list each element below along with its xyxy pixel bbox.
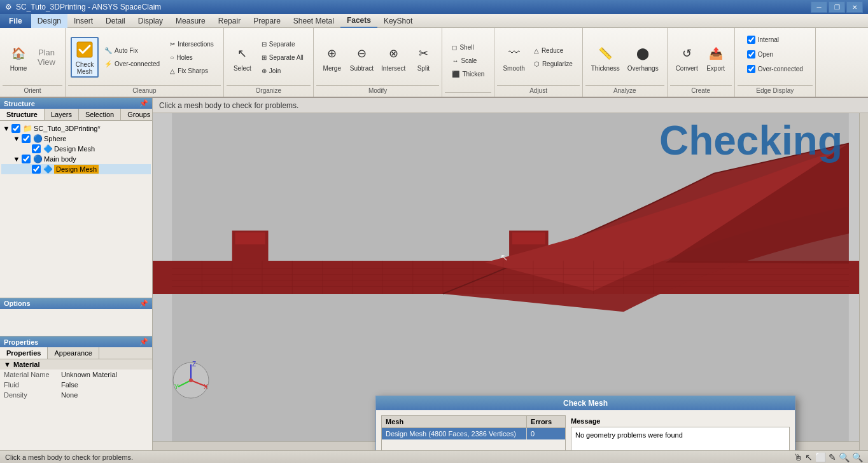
table-row[interactable]: Design Mesh (4800 Faces, 2386 Vertices) … xyxy=(382,428,565,439)
menu-repair[interactable]: Repair xyxy=(212,14,247,28)
merge-button[interactable]: ⊕ Merge xyxy=(319,37,346,78)
separate-button[interactable]: ⊟ Separate xyxy=(257,38,308,50)
smooth-label: Smooth xyxy=(503,65,524,72)
holes-button[interactable]: ○ Holes xyxy=(165,51,218,64)
menu-sheet-metal[interactable]: Sheet Metal xyxy=(287,14,340,28)
select-button[interactable]: ↖ Select xyxy=(229,37,256,78)
tree-item-main-dm[interactable]: 🔷 Design Mesh xyxy=(1,164,151,174)
plan-view-button[interactable]: Plan View xyxy=(33,37,60,78)
modify-label: Modify xyxy=(316,85,440,95)
fix-sharps-button[interactable]: △ Fix Sharps xyxy=(165,64,218,77)
checkbox-sphere-dm[interactable] xyxy=(32,144,41,153)
window-title: SC_Tuto_3DPrinting - ANSYS SpaceClaim xyxy=(16,3,161,11)
tab-layers[interactable]: Layers xyxy=(45,109,79,120)
cleanup-buttons: CheckMesh 🔧 Auto Fix ⚡ Over-connected ✂ xyxy=(68,29,221,85)
icon-sphere-dm: 🔷 xyxy=(43,144,53,153)
titlebar-left: ⚙ SC_Tuto_3DPrinting - ANSYS SpaceClaim xyxy=(5,3,161,11)
checkbox-root[interactable] xyxy=(11,124,20,133)
overhangs-button[interactable]: ⬤ Overhangs xyxy=(624,37,662,78)
tab-selection[interactable]: Selection xyxy=(79,109,121,120)
statusbar-icon-6[interactable]: 🔍 xyxy=(852,452,863,462)
over-connected-checkbox-label[interactable]: Over-connected xyxy=(743,62,808,75)
checkbox-main-body[interactable] xyxy=(22,155,31,163)
checkbox-main-dm[interactable] xyxy=(32,165,41,174)
over-connected-button[interactable]: ⚡ Over-connected xyxy=(100,58,164,71)
close-button[interactable]: ✕ xyxy=(846,1,863,13)
arrow-root[interactable]: ▼ xyxy=(3,125,10,132)
tree-item-sphere[interactable]: ▼ 🔵 Sphere xyxy=(1,134,151,144)
properties-tabs: Properties Appearance xyxy=(0,347,152,359)
statusbar-icon-2[interactable]: ↖ xyxy=(805,452,813,462)
options-header: Options 📌 xyxy=(0,298,152,309)
statusbar-icon-5[interactable]: 🔍 xyxy=(839,452,850,462)
over-connected-checkbox[interactable] xyxy=(747,65,755,73)
intersect-button[interactable]: ⊗ Intersect xyxy=(378,37,409,78)
table-header: Mesh Errors xyxy=(381,415,566,427)
shell-button[interactable]: ◻ Shell xyxy=(447,41,489,54)
statusbar-icon-3[interactable]: ⬜ xyxy=(815,452,826,462)
ribbon-group-adjust: 〰 Smooth △ Reduce ⬡ Regularize Adjust xyxy=(494,28,582,97)
intersections-button[interactable]: ✂ Intersections xyxy=(165,38,218,50)
menu-insert[interactable]: Insert xyxy=(67,14,99,28)
fix-sharps-label: Fix Sharps xyxy=(178,67,208,74)
col-errors: Errors xyxy=(527,416,565,427)
message-body: No geometry problems were found xyxy=(571,427,790,450)
open-checkbox-label[interactable]: Open xyxy=(743,48,778,60)
auto-fix-icon: 🔧 xyxy=(104,47,112,54)
shell-buttons: ◻ Shell ↔ Scale ⬛ Thicken xyxy=(445,29,491,92)
convert-button[interactable]: ↺ Convert xyxy=(673,37,701,78)
menu-prepare[interactable]: Prepare xyxy=(247,14,287,28)
subtract-button[interactable]: ⊖ Subtract xyxy=(347,37,377,78)
material-name-value: Unknown Material xyxy=(61,371,148,378)
arrow-sphere[interactable]: ▼ xyxy=(13,135,20,142)
check-mesh-icon xyxy=(74,39,95,60)
arrow-main-body[interactable]: ▼ xyxy=(13,155,20,163)
menu-design[interactable]: Design xyxy=(31,14,67,28)
material-name-row: Material Name Unknown Material xyxy=(0,370,152,380)
statusbar-icon-4[interactable]: ✎ xyxy=(829,452,836,462)
statusbar-icon-1[interactable]: 🖱 xyxy=(794,452,802,462)
separate-all-button[interactable]: ⊞ Separate All xyxy=(257,51,308,64)
tree-item-sphere-dm[interactable]: 🔷 Design Mesh xyxy=(1,144,151,154)
organize-col: ⊟ Separate ⊞ Separate All ⊕ Join xyxy=(257,38,308,77)
export-button[interactable]: 📤 Export xyxy=(703,37,729,78)
home-button[interactable]: 🏠 Home xyxy=(5,37,32,78)
thicken-button[interactable]: ⬛ Thicken xyxy=(447,68,489,81)
label-root: SC_Tuto_3DPrinting* xyxy=(34,125,101,132)
svg-rect-6 xyxy=(512,232,545,244)
regularize-button[interactable]: ⬡ Regularize xyxy=(529,58,577,71)
thickness-button[interactable]: 📏 Thickness xyxy=(588,37,623,78)
checkbox-sphere[interactable] xyxy=(22,134,31,143)
minimize-button[interactable]: ─ xyxy=(811,1,827,13)
analyze-buttons: 📏 Thickness ⬤ Overhangs xyxy=(585,29,664,85)
tree-item-main-body[interactable]: ▼ 🔵 Main body xyxy=(1,154,151,164)
menu-facets[interactable]: Facets xyxy=(340,14,377,28)
join-button[interactable]: ⊕ Join xyxy=(257,64,308,77)
check-mesh-button[interactable]: CheckMesh xyxy=(71,37,99,78)
internal-checkbox[interactable] xyxy=(747,36,755,44)
menu-display[interactable]: Display xyxy=(132,14,169,28)
menu-detail[interactable]: Detail xyxy=(99,14,132,28)
menu-measure[interactable]: Measure xyxy=(169,14,212,28)
menu-file[interactable]: File xyxy=(0,14,31,28)
tree-item-root[interactable]: ▼ 📁 SC_Tuto_3DPrinting* xyxy=(1,123,151,134)
statusbar-right: 🖱 ↖ ⬜ ✎ 🔍 🔍 xyxy=(794,452,863,462)
reduce-button[interactable]: △ Reduce xyxy=(529,45,577,57)
tab-groups[interactable]: Groups xyxy=(121,109,152,120)
menu-keyshot[interactable]: KeyShot xyxy=(377,14,419,28)
open-checkbox[interactable] xyxy=(747,50,755,59)
viewport-scrollbar-v[interactable] xyxy=(859,113,868,450)
tab-properties[interactable]: Properties xyxy=(0,347,48,359)
section-arrow[interactable]: ▼ xyxy=(4,361,11,368)
titlebar-controls: ─ ❐ ✕ xyxy=(811,1,863,13)
scale-button[interactable]: ↔ Scale xyxy=(447,55,489,67)
restore-button[interactable]: ❐ xyxy=(829,1,845,13)
tab-appearance[interactable]: Appearance xyxy=(48,347,99,359)
tab-structure[interactable]: Structure xyxy=(0,109,45,120)
smooth-button[interactable]: 〰 Smooth xyxy=(500,37,528,78)
split-button[interactable]: ✂ Split xyxy=(410,37,437,78)
intersections-icon: ✂ xyxy=(170,41,175,48)
auto-fix-button[interactable]: 🔧 Auto Fix xyxy=(100,45,164,57)
intersect-icon: ⊗ xyxy=(383,43,403,64)
internal-checkbox-label[interactable]: Internal xyxy=(743,33,783,46)
